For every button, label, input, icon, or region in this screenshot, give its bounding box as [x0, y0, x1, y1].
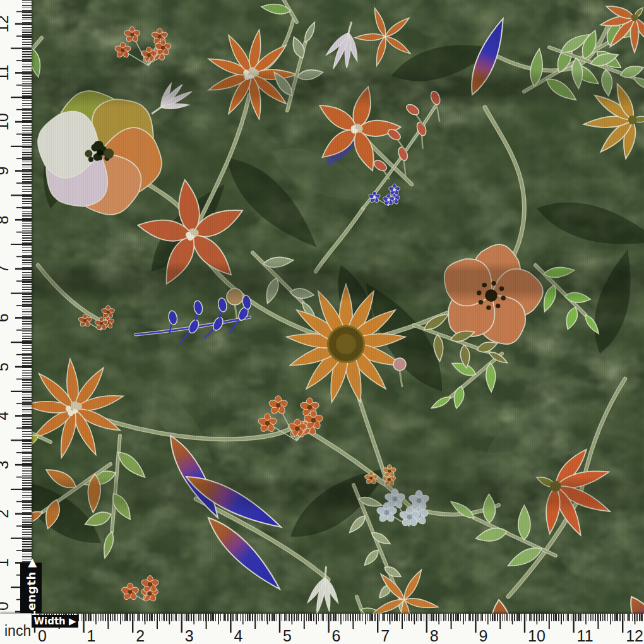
svg-text:10: 10: [528, 627, 546, 644]
vertical-ruler-mm-marks: [22, 0, 32, 614]
svg-text:1: 1: [87, 627, 96, 644]
fabric-print: [0, 0, 644, 644]
svg-text:5: 5: [283, 627, 292, 644]
svg-text:6: 6: [332, 627, 341, 644]
svg-text:7: 7: [0, 265, 11, 273]
fabric-swatch-image: 0123456789101112 0123456789101112 inch L…: [0, 0, 644, 644]
svg-text:12: 12: [626, 627, 643, 644]
svg-text:3: 3: [0, 460, 11, 469]
svg-text:10: 10: [0, 113, 11, 131]
svg-text:2: 2: [136, 627, 145, 644]
svg-text:7: 7: [381, 627, 390, 644]
svg-text:4: 4: [234, 627, 242, 644]
svg-text:11: 11: [577, 627, 593, 644]
svg-text:0: 0: [0, 602, 11, 611]
svg-text:3: 3: [185, 627, 194, 644]
length-tag-label: Length ▶: [25, 558, 38, 618]
svg-text:12: 12: [0, 15, 11, 33]
vertical-ruler: 0123456789101112: [0, 0, 32, 614]
svg-text:5: 5: [0, 362, 11, 371]
svg-text:6: 6: [0, 313, 11, 322]
svg-text:0: 0: [38, 627, 47, 644]
horizontal-ruler: 0123456789101112 inch: [0, 614, 644, 644]
length-tag: Length ▶: [20, 563, 42, 613]
svg-text:11: 11: [0, 64, 11, 81]
horizontal-ruler-ticks: 0123456789101112: [0, 614, 644, 644]
svg-text:8: 8: [430, 627, 439, 644]
width-tag: Width ▶: [32, 615, 78, 628]
svg-text:2: 2: [0, 510, 11, 518]
svg-text:4: 4: [0, 412, 11, 420]
svg-text:9: 9: [0, 167, 11, 176]
svg-text:9: 9: [479, 627, 487, 644]
unit-label: inch: [4, 623, 31, 640]
svg-text:8: 8: [0, 215, 11, 224]
svg-text:1: 1: [0, 558, 11, 567]
width-tag-label: Width ▶: [33, 616, 76, 627]
